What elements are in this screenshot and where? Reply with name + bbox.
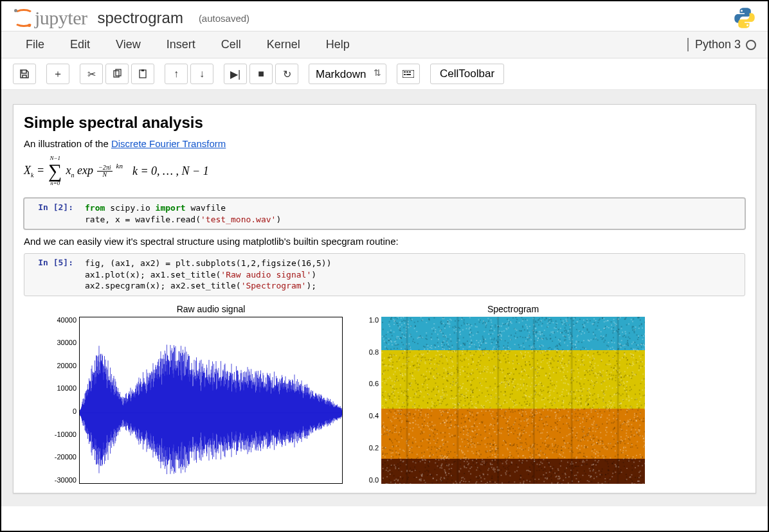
- svg-rect-4009: [383, 477, 384, 479]
- code-cell-5[interactable]: In [5]: fig, (ax1, ax2) = plt.subplots(1…: [24, 253, 745, 296]
- svg-rect-2357: [399, 321, 401, 323]
- restart-button[interactable]: ↻: [275, 64, 298, 84]
- svg-rect-3282: [446, 420, 448, 421]
- svg-rect-3314: [592, 395, 593, 396]
- notebook-name[interactable]: spectrogram: [97, 9, 183, 27]
- svg-rect-2597: [606, 448, 608, 450]
- svg-rect-1322: [584, 326, 585, 327]
- svg-rect-3646: [609, 360, 610, 362]
- svg-rect-1891: [383, 364, 384, 365]
- menu-cell[interactable]: Cell: [208, 31, 254, 58]
- menu-insert[interactable]: Insert: [154, 31, 208, 58]
- svg-rect-1257: [470, 473, 471, 474]
- svg-rect-1895: [562, 446, 563, 447]
- svg-rect-3650: [642, 395, 644, 396]
- svg-rect-2105: [399, 328, 401, 329]
- code-area-5[interactable]: fig, (ax1, ax2) = plt.subplots(1,2,figsi…: [80, 254, 745, 296]
- cut-button[interactable]: ✂: [80, 64, 103, 84]
- svg-rect-3831: [579, 331, 581, 332]
- svg-rect-1894: [633, 456, 634, 457]
- svg-rect-1917: [575, 341, 577, 342]
- plot1-yticks: 400003000020000100000-10000-20000-30000: [46, 317, 77, 484]
- move-up-button[interactable]: ↑: [165, 64, 188, 84]
- svg-rect-3250: [607, 463, 608, 464]
- svg-rect-1373: [455, 385, 456, 386]
- svg-rect-1940: [477, 463, 478, 464]
- menu-help[interactable]: Help: [313, 31, 363, 58]
- move-down-button[interactable]: ↓: [190, 64, 213, 84]
- run-button[interactable]: ▶|: [224, 64, 247, 84]
- svg-rect-2612: [487, 482, 488, 483]
- add-cell-button[interactable]: ＋: [46, 64, 69, 84]
- svg-rect-3877: [628, 457, 629, 459]
- svg-rect-3857: [392, 465, 393, 466]
- svg-rect-3199: [595, 411, 596, 412]
- svg-rect-2940: [489, 402, 491, 403]
- svg-rect-1250: [491, 464, 493, 465]
- svg-rect-1309: [548, 378, 549, 379]
- menu-file[interactable]: File: [13, 31, 57, 58]
- save-button[interactable]: [13, 64, 36, 84]
- dft-link[interactable]: Discrete Fourier Transform: [111, 138, 226, 149]
- svg-rect-3475: [529, 405, 530, 406]
- svg-rect-2763: [575, 420, 577, 421]
- svg-rect-543: [428, 466, 430, 467]
- svg-rect-3781: [390, 330, 392, 331]
- svg-rect-1852: [515, 399, 516, 400]
- svg-rect-456: [474, 459, 475, 461]
- svg-rect-1750: [465, 446, 466, 447]
- cell-type-select[interactable]: Markdown: [309, 64, 386, 84]
- svg-rect-3572: [490, 463, 491, 464]
- svg-rect-3097: [401, 342, 403, 343]
- cell-toolbar-button[interactable]: CellToolbar: [430, 64, 504, 84]
- menu-edit[interactable]: Edit: [57, 31, 103, 58]
- svg-rect-1864: [599, 470, 600, 471]
- svg-rect-175: [442, 362, 443, 364]
- svg-rect-1793: [426, 322, 427, 323]
- svg-rect-3319: [394, 395, 395, 396]
- svg-rect-1459: [441, 355, 442, 357]
- command-palette-button[interactable]: [397, 64, 420, 84]
- svg-rect-1866: [638, 350, 639, 351]
- svg-rect-494: [615, 456, 616, 457]
- svg-rect-1182: [440, 322, 441, 323]
- svg-rect-2455: [487, 474, 488, 475]
- svg-rect-631: [471, 364, 472, 365]
- svg-rect-2018: [405, 369, 406, 370]
- svg-rect-2697: [563, 389, 564, 390]
- svg-rect-1873: [620, 472, 621, 474]
- svg-rect-1611: [577, 409, 579, 411]
- svg-rect-961: [563, 423, 564, 425]
- svg-rect-870: [568, 459, 569, 460]
- paste-button[interactable]: [131, 64, 154, 84]
- menu-view[interactable]: View: [103, 31, 154, 58]
- svg-rect-3006: [553, 466, 554, 467]
- svg-rect-3825: [451, 468, 452, 469]
- code-cell-2[interactable]: In [2]: from scipy.io import wavfile rat…: [24, 198, 745, 229]
- svg-rect-1955: [634, 483, 635, 484]
- svg-rect-1556: [557, 350, 559, 351]
- svg-rect-3815: [564, 335, 565, 337]
- svg-rect-3185: [585, 473, 586, 474]
- copy-button[interactable]: [105, 64, 129, 84]
- svg-rect-3059: [538, 454, 539, 456]
- svg-rect-3652: [421, 360, 422, 361]
- svg-rect-3331: [459, 403, 460, 405]
- svg-rect-1089: [582, 395, 583, 396]
- svg-rect-143: [483, 407, 484, 409]
- svg-rect-3154: [437, 400, 439, 401]
- svg-rect-3177: [476, 469, 477, 470]
- svg-rect-3778: [642, 354, 644, 355]
- svg-rect-1413: [464, 323, 465, 324]
- svg-rect-2362: [564, 456, 565, 457]
- svg-rect-3102: [412, 372, 413, 373]
- menu-kernel[interactable]: Kernel: [254, 31, 313, 58]
- code-area-2[interactable]: from scipy.io import wavfile rate, x = w…: [80, 199, 745, 229]
- interrupt-button[interactable]: ■: [249, 64, 273, 84]
- svg-rect-31: [446, 344, 448, 345]
- svg-rect-2456: [395, 320, 396, 321]
- svg-rect-633: [608, 466, 609, 467]
- svg-rect-3437: [523, 346, 525, 347]
- svg-rect-3569: [590, 439, 591, 441]
- svg-rect-3287: [467, 443, 469, 444]
